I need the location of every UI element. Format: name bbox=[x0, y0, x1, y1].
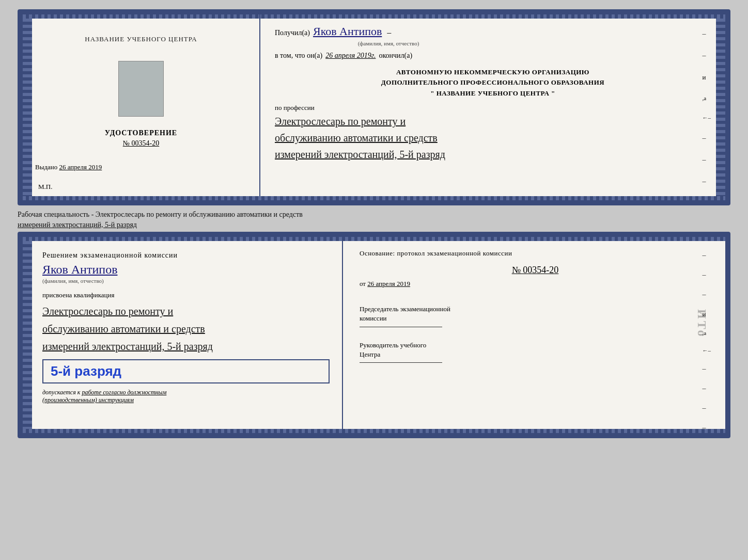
right-margin-marks-bottom: – – – и ,а ←– – – – – – bbox=[703, 251, 711, 438]
qualification-hw: Электрослесарь по ремонту и обслуживанию… bbox=[42, 302, 330, 355]
right-border-stripe bbox=[716, 19, 725, 196]
finished-label: окончил(а) bbox=[379, 52, 412, 60]
director-title: Руководитель учебного Центра bbox=[360, 341, 711, 359]
recipient-name: Яков Антипов bbox=[313, 25, 382, 38]
confirm-label: в том, что он(а) bbox=[275, 52, 322, 60]
chairman-sign-line bbox=[360, 327, 442, 327]
org-line1: АВТОНОМНУЮ НЕКОММЕРЧЕСКУЮ ОРГАНИЗАЦИЮ ДО… bbox=[275, 67, 711, 87]
chairman-block: Председатель экзаменационной комиссии bbox=[360, 305, 711, 336]
cert-number: № 00354-20 bbox=[123, 139, 160, 148]
doc-right-panel: Получил(а) Яков Антипов – (фамилия, имя,… bbox=[260, 14, 725, 200]
confirm-date: 26 апреля 2019г. bbox=[325, 52, 376, 60]
decision-title: Решением экзаменационной комиссии bbox=[42, 251, 330, 260]
center-title-top: НАЗВАНИЕ УЧЕБНОГО ЦЕНТРА bbox=[85, 35, 197, 43]
grade-text: 5-й разряд bbox=[51, 363, 121, 379]
issued-date: 26 апреля 2019 bbox=[59, 163, 102, 171]
fio-sub-top: (фамилия, имя, отчество) bbox=[316, 40, 461, 46]
cert-title: УДОСТОВЕРЕНИЕ bbox=[105, 129, 177, 137]
separator-line1: Рабочая специальность - Электрослесарь п… bbox=[18, 210, 730, 220]
dash-after-name: – bbox=[385, 28, 391, 37]
basis-text: Основание: протокол экзаменационной коми… bbox=[360, 249, 711, 258]
bottom-left-panel: Решением экзаменационной комиссии Яков А… bbox=[23, 237, 343, 433]
recipient-line: Получил(а) Яков Антипов – bbox=[275, 25, 711, 38]
allowed-underline: работе согласно должностным bbox=[82, 389, 166, 396]
allowed-text: допускается к работе согласно должностны… bbox=[42, 389, 330, 404]
separator-text: Рабочая специальность - Электрослесарь п… bbox=[18, 205, 730, 232]
bottom-fio-sub: (фамилия, имя, отчество) bbox=[42, 278, 156, 284]
separator-line2: измерений электростанций, 5-й разряд bbox=[18, 220, 730, 230]
right-margin-marks: – – и ,а ←– – – – – bbox=[703, 30, 711, 205]
director-block: Руководитель учебного Центра bbox=[360, 341, 711, 372]
profession-label: по профессии bbox=[275, 104, 711, 112]
director-sign-line bbox=[360, 362, 442, 363]
mp-label: М.П. bbox=[38, 183, 52, 191]
bottom-left-stripe bbox=[23, 241, 32, 429]
bottom-name-hw: Яков Антипов bbox=[42, 263, 330, 277]
confirm-line: в том, что он(а) 26 апреля 2019г. окончи… bbox=[275, 52, 711, 60]
profession-hw: Электрослесарь по ремонту и обслуживанию… bbox=[275, 113, 711, 163]
org-name: " НАЗВАНИЕ УЧЕБНОГО ЦЕНТРА " bbox=[275, 89, 711, 98]
allowed-prefix: допускается к bbox=[42, 389, 80, 396]
photo-placeholder bbox=[118, 61, 164, 117]
diploma-bottom: Решением экзаменационной комиссии Яков А… bbox=[18, 232, 730, 438]
diploma-top: НАЗВАНИЕ УЧЕБНОГО ЦЕНТРА УДОСТОВЕРЕНИЕ №… bbox=[18, 9, 730, 205]
grade-box: 5-й разряд bbox=[42, 359, 330, 383]
bottom-right-panel: Основание: протокол экзаменационной коми… bbox=[343, 237, 725, 433]
ito-watermark: ИTo bbox=[695, 309, 709, 338]
protocol-date: от 26 апреля 2019 bbox=[360, 280, 711, 288]
chairman-title: Председатель экзаменационной комиссии bbox=[360, 305, 711, 323]
doc-left-panel: НАЗВАНИЕ УЧЕБНОГО ЦЕНТРА УДОСТОВЕРЕНИЕ №… bbox=[23, 14, 260, 200]
protocol-number: № 00354-20 bbox=[360, 265, 711, 276]
date-prefix: от bbox=[360, 280, 366, 287]
cert-issued-line: Выдано 26 апреля 2019 bbox=[35, 163, 247, 171]
assigned-text: присвоена квалификация bbox=[42, 291, 330, 299]
protocol-date-val: 26 апреля 2019 bbox=[367, 280, 410, 287]
allowed-italic: (производственным) инструкциям bbox=[42, 396, 134, 404]
issued-label: Выдано bbox=[35, 163, 57, 171]
received-label: Получил(а) bbox=[275, 29, 310, 37]
